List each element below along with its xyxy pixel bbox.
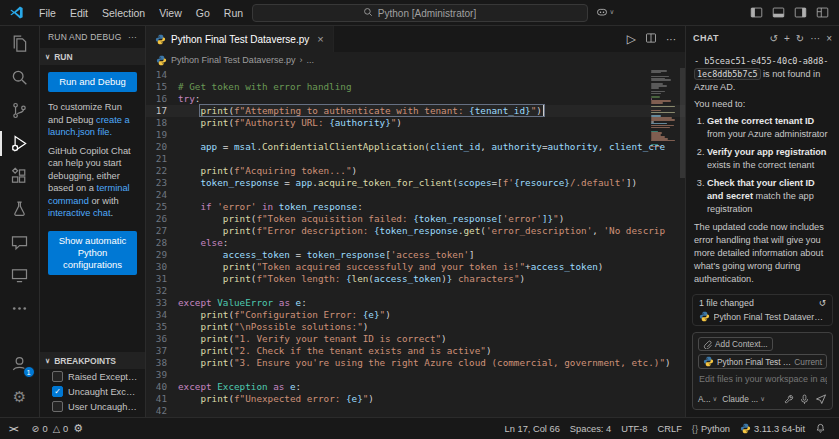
code-line-39[interactable]: 39 bbox=[146, 369, 685, 381]
code-text[interactable] bbox=[178, 69, 685, 81]
breakpoint-item[interactable]: User Uncaught E... bbox=[40, 399, 145, 414]
line-number[interactable]: 20 bbox=[146, 141, 178, 153]
code-text[interactable]: if 'error' in token_response: bbox=[178, 201, 685, 213]
changed-file-item[interactable]: Python Final Test Dataverse... bbox=[699, 311, 826, 322]
activitybar-chat-icon[interactable] bbox=[0, 226, 40, 259]
code-line-32[interactable]: 32 bbox=[146, 285, 685, 297]
line-number[interactable]: 37 bbox=[146, 345, 178, 357]
python-interpreter[interactable]: 3.11.3 64-bit bbox=[735, 423, 810, 434]
line-number[interactable]: 39 bbox=[146, 369, 178, 381]
menu-edit[interactable]: Edit bbox=[63, 7, 95, 19]
code-text[interactable]: try: bbox=[178, 93, 685, 105]
line-number[interactable]: 14 bbox=[146, 69, 178, 81]
cursor-position[interactable]: Ln 17, Col 66 bbox=[500, 424, 565, 434]
code-line-34[interactable]: 34 print(f"Configuration Error: {e}") bbox=[146, 309, 685, 321]
problems-errors[interactable]: ⊘ 0 bbox=[27, 418, 53, 439]
line-number[interactable]: 28 bbox=[146, 237, 178, 249]
chat-history-icon[interactable]: ↻ bbox=[796, 33, 804, 44]
code-line-25[interactable]: 25 if 'error' in token_response: bbox=[146, 201, 685, 213]
line-number[interactable]: 41 bbox=[146, 393, 178, 405]
menu-go[interactable]: Go bbox=[189, 7, 217, 19]
chat-more-icon[interactable]: ··· bbox=[810, 33, 820, 44]
line-number[interactable]: 30 bbox=[146, 261, 178, 273]
tab-close-icon[interactable]: × bbox=[317, 33, 323, 45]
breadcrumb[interactable]: Python Final Test Dataverse.py › ... bbox=[146, 52, 685, 68]
remote-indicator[interactable]: >< bbox=[0, 418, 27, 439]
run-file-icon[interactable]: ▷ bbox=[627, 32, 636, 46]
activitybar-extensions-icon[interactable] bbox=[0, 160, 40, 193]
menu-file[interactable]: File bbox=[32, 7, 63, 19]
code-text[interactable] bbox=[178, 153, 685, 165]
code-text[interactable]: print(f"Attempting to authenticate with … bbox=[178, 105, 685, 117]
copilot-menu-icon[interactable]: ∨ bbox=[596, 6, 615, 18]
line-number[interactable]: 18 bbox=[146, 117, 178, 129]
code-text[interactable]: else: bbox=[178, 237, 685, 249]
line-number[interactable]: 15 bbox=[146, 81, 178, 93]
code-text[interactable]: print("1. Verify your tenant ID is corre… bbox=[178, 333, 685, 345]
command-center-search[interactable]: Python [Administrator] bbox=[252, 4, 588, 22]
code-text[interactable]: print(f"Token acquisition failed: {token… bbox=[178, 213, 685, 225]
add-context-button[interactable]: Add Context... bbox=[698, 337, 773, 351]
code-text[interactable]: print(f"Acquiring token...") bbox=[178, 165, 685, 177]
code-text[interactable]: token_response = app.acquire_token_for_c… bbox=[178, 177, 685, 189]
run-section-header[interactable]: ∨ RUN bbox=[40, 48, 145, 65]
chat-input-box[interactable]: Add Context... Python Final Test Data Cu… bbox=[692, 332, 833, 410]
code-line-42[interactable]: 42 bbox=[146, 405, 685, 417]
activitybar-remote-explorer-icon[interactable] bbox=[0, 259, 40, 292]
line-number[interactable]: 25 bbox=[146, 201, 178, 213]
line-number[interactable]: 35 bbox=[146, 321, 178, 333]
code-line-22[interactable]: 22 print(f"Acquiring token...") bbox=[146, 165, 685, 177]
code-line-35[interactable]: 35 print("\nPossible solutions:") bbox=[146, 321, 685, 333]
status-gear-icon[interactable]: ⚙ bbox=[73, 418, 88, 439]
code-line-41[interactable]: 41 print(f"Unexpected error: {e}") bbox=[146, 393, 685, 405]
line-number[interactable]: 24 bbox=[146, 189, 178, 201]
chat-undo-icon[interactable]: ↺ bbox=[770, 33, 778, 44]
menu-selection[interactable]: Selection bbox=[95, 7, 152, 19]
line-number[interactable]: 42 bbox=[146, 405, 178, 417]
line-number[interactable]: 33 bbox=[146, 297, 178, 309]
code-text[interactable]: print("Token acquired successfully and y… bbox=[178, 261, 685, 273]
line-number[interactable]: 36 bbox=[146, 333, 178, 345]
code-text[interactable]: print(f"Error description: {token_respon… bbox=[178, 225, 685, 237]
breakpoints-section-header[interactable]: ∨ BREAKPOINTS bbox=[40, 352, 145, 369]
split-editor-icon[interactable] bbox=[645, 32, 657, 46]
line-number[interactable]: 29 bbox=[146, 249, 178, 261]
tab-python-final-test-dataverse[interactable]: Python Final Test Dataverse.py × bbox=[146, 26, 334, 52]
mic-icon[interactable] bbox=[799, 394, 810, 405]
code-text[interactable] bbox=[178, 285, 685, 297]
toggle-primary-sidebar-icon[interactable] bbox=[750, 6, 763, 19]
line-number[interactable]: 23 bbox=[146, 177, 178, 189]
code-line-33[interactable]: 33except ValueError as e: bbox=[146, 297, 685, 309]
activitybar-search-icon[interactable] bbox=[0, 61, 40, 94]
undo-edits-icon[interactable]: ↺ bbox=[819, 298, 826, 308]
code-text[interactable]: print(f"Configuration Error: {e}") bbox=[178, 309, 685, 321]
line-number[interactable]: 31 bbox=[146, 273, 178, 285]
show-auto-python-config-button[interactable]: Show automatic Python configurations bbox=[48, 231, 137, 275]
line-number[interactable]: 19 bbox=[146, 129, 178, 141]
code-line-20[interactable]: 20 app = msal.ConfidentialClientApplicat… bbox=[146, 141, 685, 153]
menu-view[interactable]: View bbox=[152, 7, 189, 19]
code-line-17[interactable]: 17 print(f"Attempting to authenticate wi… bbox=[146, 105, 685, 117]
code-text[interactable]: print("3. Ensure you're using the right … bbox=[178, 357, 685, 369]
code-line-40[interactable]: 40except Exception as e: bbox=[146, 381, 685, 393]
code-text[interactable]: print(f"Unexpected error: {e}") bbox=[178, 393, 685, 405]
code-line-15[interactable]: 15# Get token with error handling bbox=[146, 81, 685, 93]
code-text[interactable]: print("\nPossible solutions:") bbox=[178, 321, 685, 333]
indentation[interactable]: Spaces: 4 bbox=[565, 424, 616, 434]
tools-icon[interactable] bbox=[783, 394, 794, 405]
code-text[interactable]: print("2. Check if the tenant exists and… bbox=[178, 345, 685, 357]
new-chat-icon[interactable]: + bbox=[784, 33, 790, 44]
breakpoint-item[interactable]: ✓Uncaught Excep... bbox=[40, 384, 145, 399]
breakpoint-item[interactable]: Raised Exceptions bbox=[40, 369, 145, 384]
customize-layout-icon[interactable] bbox=[816, 6, 829, 19]
send-icon[interactable] bbox=[815, 393, 827, 405]
line-number[interactable]: 21 bbox=[146, 153, 178, 165]
code-line-24[interactable]: 24 bbox=[146, 189, 685, 201]
code-text[interactable]: app = msal.ConfidentialClientApplication… bbox=[178, 141, 685, 153]
code-text[interactable]: # Get token with error handling bbox=[178, 81, 685, 93]
menu-run[interactable]: Run bbox=[217, 7, 250, 19]
line-number[interactable]: 32 bbox=[146, 285, 178, 297]
chat-close-icon[interactable]: × bbox=[826, 33, 832, 44]
current-file-chip[interactable]: Python Final Test Data Current bbox=[698, 354, 827, 369]
editor-scrollbar[interactable] bbox=[680, 68, 685, 178]
